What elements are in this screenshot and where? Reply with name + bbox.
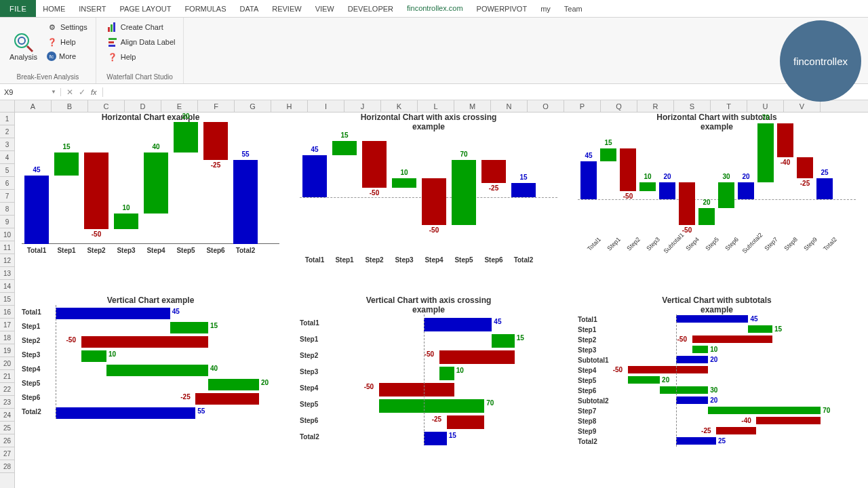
tab-my[interactable]: my — [534, 0, 557, 17]
category-label: Step5 — [701, 236, 720, 255]
category-label: Total1 — [583, 236, 602, 255]
tab-view[interactable]: VIEW — [309, 0, 341, 17]
row-header[interactable]: 8 — [0, 203, 14, 216]
col-header[interactable]: J — [344, 100, 381, 112]
tab-insert[interactable]: INSERT — [72, 0, 113, 17]
row-header[interactable]: 11 — [0, 241, 14, 254]
row-header[interactable]: 6 — [0, 177, 14, 190]
column-headers: ABCDEFGHIJKLMNOPQRSTUV — [0, 100, 868, 113]
tab-home[interactable]: HOME — [36, 0, 72, 17]
col-header[interactable]: L — [418, 100, 454, 112]
waterfall-row: Step4-50 — [300, 380, 557, 396]
group-waterfall: Create Chart Align Data Label ❓Help Wate… — [96, 18, 184, 83]
row-header[interactable]: 18 — [0, 331, 14, 344]
col-header[interactable]: K — [381, 100, 418, 112]
tab-file[interactable]: FILE — [0, 0, 36, 17]
col-header[interactable]: B — [52, 100, 88, 112]
row-header[interactable]: 22 — [0, 383, 14, 396]
tab-fincontrollex-com[interactable]: fincontrollex.com — [400, 0, 470, 17]
help-icon: ❓ — [47, 37, 58, 47]
row-header[interactable]: 21 — [0, 370, 14, 383]
col-header[interactable]: A — [15, 100, 52, 112]
col-header[interactable]: R — [637, 100, 674, 112]
col-header[interactable]: G — [235, 100, 271, 112]
category-label: Step5 — [449, 253, 479, 264]
sheet-canvas[interactable]: Horizontal Chart example 4515-50104020-2… — [15, 113, 868, 488]
waterfall-row: Subtotal220 — [578, 396, 856, 406]
row-header[interactable]: 2 — [0, 125, 14, 138]
col-header[interactable]: F — [198, 100, 235, 112]
svg-line-1 — [27, 46, 33, 52]
row-header[interactable]: 7 — [0, 190, 14, 203]
col-header[interactable]: D — [125, 100, 161, 112]
row-header[interactable]: 9 — [0, 216, 14, 228]
row-header[interactable]: 26 — [0, 434, 14, 447]
col-header[interactable]: M — [454, 100, 491, 112]
group-label: Waterfall Chart Studio — [102, 72, 178, 81]
row-header[interactable]: 15 — [0, 293, 14, 306]
row-header[interactable]: 20 — [0, 357, 14, 370]
row-header[interactable]: 5 — [0, 164, 14, 177]
col-header[interactable]: V — [784, 100, 821, 112]
chart-v2: Vertical Chart with axis crossing exampl… — [300, 296, 557, 445]
more-button[interactable]: fcMore — [44, 50, 90, 62]
tab-powerpivot[interactable]: POWERPIVOT — [470, 0, 534, 17]
col-header[interactable]: N — [491, 100, 528, 112]
tab-developer[interactable]: DEVELOPER — [341, 0, 400, 17]
col-header[interactable]: E — [161, 100, 198, 112]
category-label: Step4 — [682, 236, 701, 255]
group-label: Break-Even Analysis — [5, 72, 90, 81]
col-header[interactable]: H — [271, 100, 308, 112]
category-label: Total2 — [509, 253, 538, 264]
row-header[interactable]: 1 — [0, 113, 14, 125]
help-button[interactable]: ❓Help — [44, 35, 90, 49]
settings-button[interactable]: ⚙Settings — [44, 20, 90, 34]
name-box[interactable]: X9 ▼ — [0, 88, 61, 96]
row-header[interactable]: 4 — [0, 151, 14, 164]
col-header[interactable]: I — [308, 100, 344, 112]
row-header[interactable]: 3 — [0, 138, 14, 151]
tab-review[interactable]: REVIEW — [265, 0, 308, 17]
row-header[interactable]: 16 — [0, 306, 14, 319]
row-header[interactable]: 10 — [0, 228, 14, 241]
row-header[interactable]: 24 — [0, 409, 14, 422]
select-all-corner[interactable] — [0, 100, 15, 112]
row-header[interactable]: 14 — [0, 280, 14, 293]
svg-point-0 — [15, 34, 28, 47]
category-label: Step1 — [603, 236, 622, 255]
tab-formulas[interactable]: FORMULAS — [178, 0, 233, 17]
waterfall-row: Step520 — [578, 375, 856, 386]
row-header[interactable]: 27 — [0, 447, 14, 460]
chart-title: Horizontal Chart with axis crossing exam… — [300, 113, 557, 131]
row-header[interactable]: 23 — [0, 396, 14, 409]
waterfall-row: Step630 — [578, 386, 856, 396]
cancel-icon[interactable]: ✕ — [66, 87, 73, 97]
tab-page-layout[interactable]: PAGE LAYOUT — [113, 0, 178, 17]
tab-data[interactable]: DATA — [233, 0, 266, 17]
col-header[interactable]: O — [528, 100, 564, 112]
col-header[interactable]: U — [747, 100, 784, 112]
fx-icon[interactable]: fx — [91, 88, 97, 96]
row-header[interactable]: 25 — [0, 422, 14, 434]
waterfall-row: Step570 — [300, 396, 557, 412]
align-label-button[interactable]: Align Data Label — [104, 35, 178, 49]
col-header[interactable]: P — [564, 100, 601, 112]
waterfall-row: Step115 — [578, 325, 856, 335]
create-chart-button[interactable]: Create Chart — [104, 20, 178, 34]
category-label: Step4 — [141, 244, 171, 254]
accept-icon[interactable]: ✓ — [79, 87, 85, 97]
col-header[interactable]: T — [711, 100, 747, 112]
help-button-2[interactable]: ❓Help — [104, 50, 178, 64]
col-header[interactable]: C — [88, 100, 125, 112]
analysis-label: Analysis — [9, 53, 37, 61]
row-header[interactable]: 28 — [0, 460, 14, 473]
row-header[interactable]: 12 — [0, 254, 14, 267]
row-header[interactable]: 19 — [0, 344, 14, 357]
chart-h2: Horizontal Chart with axis crossing exam… — [300, 113, 557, 287]
col-header[interactable]: S — [674, 100, 711, 112]
row-header[interactable]: 13 — [0, 267, 14, 280]
row-header[interactable]: 17 — [0, 319, 14, 331]
tab-team[interactable]: Team — [557, 0, 589, 17]
col-header[interactable]: Q — [601, 100, 637, 112]
analysis-button[interactable]: Analysis — [5, 20, 41, 72]
